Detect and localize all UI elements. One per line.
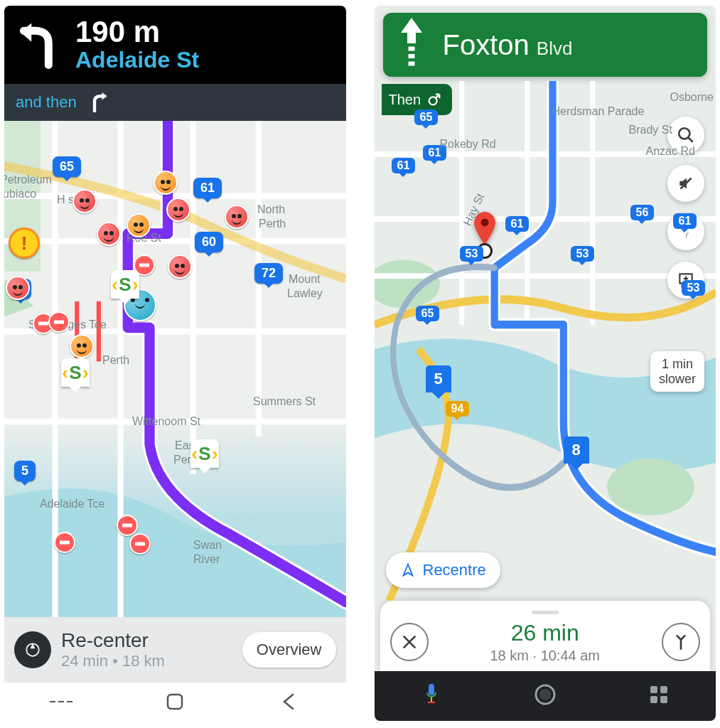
svg-rect-19	[660, 686, 667, 693]
android-nav-bar	[4, 682, 346, 721]
android-auto-bar	[375, 671, 716, 721]
waze-direction-banner[interactable]: 190 m Adelaide St	[4, 6, 346, 84]
wazer-icon[interactable]	[127, 213, 151, 237]
wazer-icon[interactable]	[6, 276, 30, 300]
auto-home-button[interactable]	[533, 682, 557, 710]
waze-street: Adelaide St	[75, 47, 199, 73]
svg-rect-21	[660, 696, 667, 703]
gmaps-map[interactable]: 1 min slower Recentre 656161536153566165…	[375, 81, 716, 601]
mic-icon	[419, 682, 444, 707]
route-shield: 61	[505, 216, 530, 232]
waze-bottom-card: Re-center 24 min • 18 km Overview	[4, 617, 346, 682]
search-icon	[677, 126, 695, 144]
back-button[interactable]	[277, 690, 300, 713]
svg-rect-20	[650, 696, 657, 703]
waze-and-then-bar[interactable]: and then	[4, 84, 346, 121]
route-shield: 60	[195, 232, 223, 252]
close-icon	[400, 633, 419, 651]
route-shield: 72	[254, 263, 283, 284]
svg-point-11	[607, 459, 694, 515]
grid-icon	[647, 682, 671, 707]
svg-rect-15	[428, 702, 435, 703]
alt-routes-icon	[672, 633, 690, 651]
turn-left-icon	[13, 20, 63, 70]
voice-button[interactable]	[419, 682, 444, 710]
and-then-label: and then	[16, 93, 77, 112]
recentre-button[interactable]: Recentre	[386, 552, 500, 588]
gmaps-eta-card[interactable]: 26 min 18 km · 10:44 am	[380, 601, 711, 671]
eta-text: 26 min 18 km · 10:44 am	[490, 620, 600, 664]
svg-rect-18	[650, 686, 657, 693]
close-button[interactable]	[390, 623, 429, 661]
mute-button[interactable]	[667, 165, 704, 202]
subway-icon[interactable]: S	[61, 358, 90, 387]
no-entry-icon	[129, 533, 151, 555]
route-shield: 5	[14, 461, 36, 481]
speaker-mute-icon	[677, 174, 695, 193]
waze-screenshot: 190 m Adelaide St and then	[4, 6, 346, 721]
route-shield: 53	[460, 246, 484, 262]
route-shield: 94	[446, 401, 470, 417]
subway-icon[interactable]: S	[111, 270, 139, 299]
route-shield: 56	[630, 205, 655, 220]
recenter-label[interactable]: Re-center	[61, 629, 232, 652]
wazer-icon[interactable]	[97, 222, 121, 246]
turn-right-icon	[90, 92, 109, 112]
route-shield: 61	[392, 158, 416, 173]
route-shield: 53	[571, 246, 595, 262]
wazer-icon[interactable]	[168, 255, 192, 279]
route-shield: 61	[193, 178, 222, 198]
continue-straight-icon	[399, 18, 424, 72]
gmaps-direction-banner[interactable]: Foxton Blvd	[383, 13, 708, 77]
waze-direction-text: 190 m Adelaide St	[75, 17, 199, 73]
svg-rect-14	[431, 697, 432, 702]
waze-map[interactable]: 6561607225PetroleumubiacoH stRoe StNorth…	[4, 121, 346, 617]
svg-point-12	[480, 218, 488, 226]
overview-button[interactable]: Overview	[242, 632, 336, 668]
svg-rect-7	[408, 54, 414, 58]
svg-rect-4	[67, 701, 72, 702]
no-entry-icon	[48, 311, 70, 333]
wazer-icon[interactable]	[72, 189, 97, 213]
route-shield: 61	[423, 145, 447, 161]
route-shield: 61	[673, 213, 697, 229]
svg-rect-3	[58, 701, 64, 702]
route-shield: 65	[416, 306, 440, 321]
svg-point-17	[539, 689, 551, 700]
svg-rect-6	[408, 47, 414, 51]
waze-eta-line: 24 min • 18 km	[61, 652, 232, 670]
route-shield: 8	[564, 437, 589, 464]
wazer-icon[interactable]	[225, 205, 249, 229]
route-shield: 53	[682, 280, 706, 296]
routes-button[interactable]	[662, 623, 700, 661]
wazer-icon[interactable]	[70, 334, 94, 358]
drag-handle[interactable]	[532, 611, 559, 614]
search-button[interactable]	[667, 117, 704, 154]
app-grid-button[interactable]	[647, 682, 671, 710]
nav-arrow-icon	[400, 562, 416, 578]
recenter-icon[interactable]	[14, 631, 51, 668]
wazer-icon[interactable]	[166, 198, 190, 222]
wazer-icon[interactable]	[154, 171, 178, 195]
svg-point-13	[679, 128, 689, 139]
svg-rect-5	[168, 695, 182, 709]
alt-route-chip[interactable]: 1 min slower	[650, 351, 704, 392]
route-shield: 65	[53, 156, 81, 177]
no-entry-icon	[54, 532, 75, 553]
hazard-icon[interactable]: !	[9, 228, 40, 259]
subway-icon[interactable]: S	[190, 439, 219, 468]
gmaps-street: Foxton Blvd	[443, 29, 573, 61]
circle-icon	[533, 682, 557, 707]
gmaps-screenshot: Foxton Blvd Then	[375, 6, 716, 721]
svg-rect-2	[50, 701, 55, 702]
route-shield: 65	[414, 109, 439, 125]
route-shield: 5	[426, 365, 451, 392]
svg-rect-8	[408, 62, 414, 66]
no-entry-icon	[117, 515, 138, 536]
home-button[interactable]	[163, 690, 186, 713]
recents-button[interactable]	[50, 690, 72, 713]
waze-distance: 190 m	[75, 17, 199, 47]
destination-pin	[473, 212, 497, 247]
